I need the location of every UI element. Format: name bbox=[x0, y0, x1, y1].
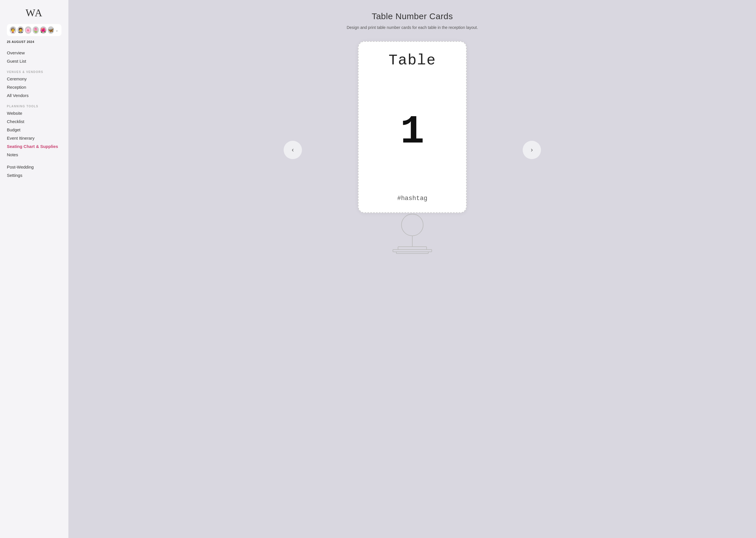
card-table-number: 1 bbox=[400, 112, 424, 152]
sidebar-item-post-wedding[interactable]: Post-Wedding bbox=[7, 163, 62, 171]
avatar-2: 🤵 bbox=[18, 26, 24, 34]
sidebar-item-guest-list[interactable]: Guest List bbox=[7, 57, 62, 65]
sidebar-item-checklist[interactable]: Checklist bbox=[7, 117, 62, 126]
avatar-5: 🌺 bbox=[40, 26, 47, 34]
sidebar-item-seating-chart[interactable]: Seating Chart & Supplies bbox=[7, 142, 62, 150]
main-content: Table Number Cards Design and print tabl… bbox=[69, 0, 756, 538]
planning-section-label: PLANNING TOOLS bbox=[7, 105, 62, 108]
sidebar-item-reception[interactable]: Reception bbox=[7, 83, 62, 91]
sidebar-item-notes[interactable]: Notes bbox=[7, 150, 62, 159]
prev-card-button[interactable]: ‹ bbox=[284, 141, 302, 159]
avatar-1: 👰 bbox=[10, 26, 16, 34]
svg-rect-3 bbox=[393, 249, 432, 252]
card-hashtag: #hashtag bbox=[397, 195, 427, 202]
table-card-wrapper: Table 1 #hashtag bbox=[358, 41, 467, 259]
sidebar-item-all-vendors[interactable]: All Vendors bbox=[7, 91, 62, 100]
svg-point-0 bbox=[402, 214, 423, 236]
page-title: Table Number Cards bbox=[372, 12, 453, 21]
card-table-label: Table bbox=[389, 52, 436, 69]
venues-section-label: VENUES & VENDORS bbox=[7, 71, 62, 74]
sidebar-item-ceremony[interactable]: Ceremony bbox=[7, 75, 62, 83]
svg-rect-2 bbox=[398, 247, 427, 249]
chevron-down-icon: ⌄ bbox=[55, 28, 59, 32]
card-area: ‹ Table 1 #hashtag bbox=[284, 41, 541, 259]
sidebar-item-overview[interactable]: Overview bbox=[7, 49, 62, 57]
logo: WA bbox=[7, 7, 62, 19]
page-subtitle: Design and print table number cards for … bbox=[347, 25, 478, 30]
sidebar-item-settings[interactable]: Settings bbox=[7, 171, 62, 180]
table-stand-svg bbox=[381, 213, 444, 259]
avatar-6: 🦋 bbox=[48, 26, 54, 34]
table-number-card: Table 1 #hashtag bbox=[358, 41, 467, 213]
chevron-left-icon: ‹ bbox=[292, 146, 294, 154]
sidebar: WA 👰 🤵 🌸 🌷 🌺 🦋 ⌄ 25 AUGUST 2024 Overview… bbox=[0, 0, 69, 538]
wedding-date: 25 AUGUST 2024 bbox=[7, 40, 62, 43]
sidebar-item-website[interactable]: Website bbox=[7, 109, 62, 117]
avatar-4: 🌷 bbox=[32, 26, 39, 34]
chevron-right-icon: › bbox=[531, 146, 533, 154]
table-stand bbox=[381, 213, 444, 259]
avatar-row[interactable]: 👰 🤵 🌸 🌷 🌺 🦋 ⌄ bbox=[7, 24, 62, 36]
sidebar-item-budget[interactable]: Budget bbox=[7, 126, 62, 134]
next-card-button[interactable]: › bbox=[523, 141, 541, 159]
avatar-3: 🌸 bbox=[25, 26, 31, 34]
sidebar-item-event-itinerary[interactable]: Event Itinerary bbox=[7, 134, 62, 142]
logo-text: WA bbox=[26, 7, 43, 19]
svg-rect-4 bbox=[396, 252, 428, 253]
